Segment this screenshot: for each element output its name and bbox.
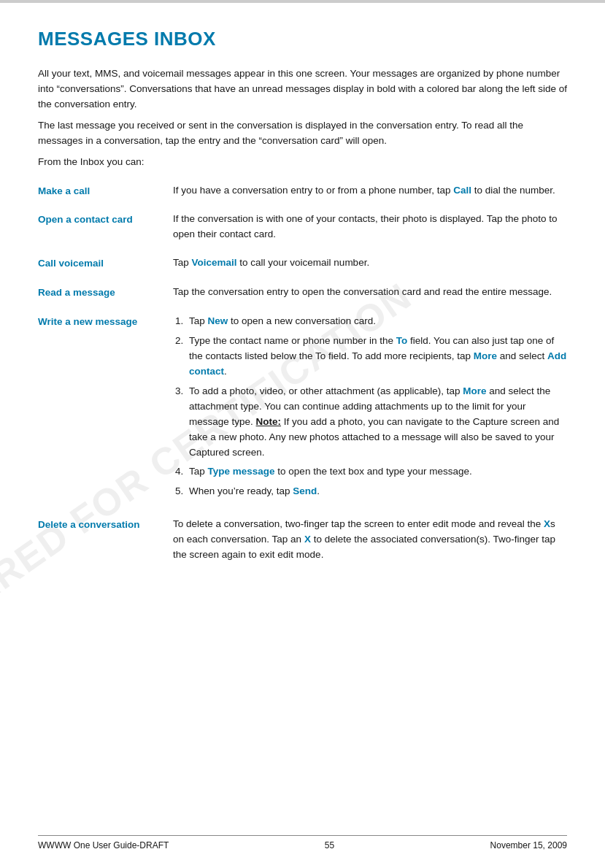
term-label: Read a message [38, 285, 173, 314]
content-table: Make a callIf you have a conversation en… [38, 183, 567, 577]
list-item: When you’re ready, tap Send. [186, 484, 567, 499]
table-row: Read a messageTap the conversation entry… [38, 285, 567, 314]
term-label: Delete a conversation [38, 517, 173, 576]
term-definition: If the conversation is with one of your … [173, 212, 567, 256]
table-row: Call voicemailTap Voicemail to call your… [38, 256, 567, 285]
term-definition: Tap the conversation entry to open the c… [173, 285, 567, 314]
term-definition: Tap New to open a new conversation card.… [173, 314, 567, 517]
term-label: Open a contact card [38, 212, 173, 256]
list-item: To add a photo, video, or other attachme… [186, 384, 567, 461]
main-content: MESSAGES INBOX All your text, MMS, and v… [38, 20, 567, 576]
intro-para3: From the Inbox you can: [38, 155, 567, 170]
list-item: Tap New to open a new conversation card. [186, 314, 567, 329]
page: PREPARED FOR CERTIFICATION MESSAGES INBO… [0, 0, 605, 868]
page-title: MESSAGES INBOX [38, 28, 567, 50]
footer: WWWW One User Guide-DRAFT 55 November 15… [38, 835, 567, 850]
footer-right: November 15, 2009 [490, 840, 567, 850]
list-item: Tap Type message to open the text box an… [186, 464, 567, 480]
term-label: Make a call [38, 183, 173, 212]
table-row: Delete a conversationTo delete a convers… [38, 517, 567, 576]
term-definition: If you have a conversation entry to or f… [173, 183, 567, 212]
list-item: Type the contact name or phone number in… [186, 334, 567, 380]
term-label: Write a new message [38, 314, 173, 517]
intro-para1: All your text, MMS, and voicemail messag… [38, 66, 567, 112]
top-border [0, 0, 605, 3]
footer-left: WWWW One User Guide-DRAFT [38, 840, 169, 850]
intro-para2: The last message you received or sent in… [38, 118, 567, 149]
footer-center: 55 [325, 840, 334, 850]
table-row: Make a callIf you have a conversation en… [38, 183, 567, 212]
table-row: Write a new messageTap New to open a new… [38, 314, 567, 517]
table-row: Open a contact cardIf the conversation i… [38, 212, 567, 256]
term-definition: To delete a conversation, two-finger tap… [173, 517, 567, 576]
term-label: Call voicemail [38, 256, 173, 285]
term-definition: Tap Voicemail to call your voicemail num… [173, 256, 567, 285]
